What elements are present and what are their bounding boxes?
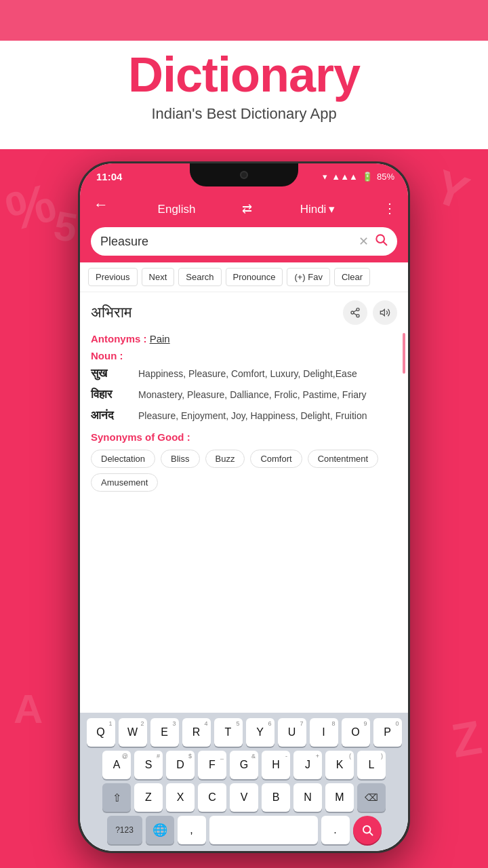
key-j[interactable]: +J — [293, 751, 322, 779]
svg-line-9 — [369, 832, 372, 835]
scroll-indicator — [403, 333, 405, 374]
key-x[interactable]: X — [166, 783, 195, 812]
key-t[interactable]: 5T — [214, 718, 243, 747]
svg-line-1 — [384, 242, 387, 245]
synonyms-title: Synonyms of Good : — [91, 431, 397, 443]
key-b[interactable]: B — [262, 783, 290, 812]
synonym-tag[interactable]: Amusement — [91, 473, 158, 492]
share-button[interactable] — [343, 300, 367, 325]
dropdown-icon: ▾ — [329, 202, 335, 216]
key-n[interactable]: N — [293, 783, 322, 812]
phone-notch — [190, 163, 298, 186]
key-i[interactable]: 8I — [310, 718, 338, 747]
phone-wrapper: % 5 Y A Z 11:04 ▾ ▲▲▲ 🔋 85% ← English — [0, 149, 488, 868]
key-c[interactable]: C — [198, 783, 226, 812]
noun-label: Noun : — [91, 350, 397, 361]
sound-button[interactable] — [373, 300, 397, 325]
word-english-1: Happiness, Pleasure, Comfort, Luxury, De… — [138, 367, 397, 381]
key-m[interactable]: M — [325, 783, 354, 812]
keyboard: 1Q 2W 3E 4R 5T 6Y 7U 8I 9O 0P @A #S $D _… — [80, 713, 408, 851]
shift-key[interactable]: ⇧ — [102, 783, 131, 812]
svg-marker-7 — [380, 309, 384, 315]
content-area: अभिराम Antonyms : Pain — [80, 292, 408, 631]
comma-key[interactable]: , — [178, 816, 206, 844]
antonyms-word[interactable]: Pain — [150, 333, 170, 344]
back-button[interactable]: ← — [91, 193, 111, 216]
word-english-3: Pleasure, Enjoyment, Joy, Happiness, Del… — [138, 409, 397, 423]
key-f[interactable]: _F — [198, 751, 226, 779]
language-to[interactable]: Hindi ▾ — [259, 202, 376, 216]
synonym-tag[interactable]: Buzz — [205, 450, 245, 468]
app-title: Dictionary — [128, 47, 360, 102]
numbers-key[interactable]: ?123 — [107, 816, 142, 844]
search-input-wrap: ✕ — [91, 227, 397, 256]
synonym-tag[interactable]: Comfort — [250, 450, 302, 468]
search-bar-container: ✕ — [80, 223, 408, 262]
word-english-2: Monastery, Pleasure, Dalliance, Frolic, … — [138, 388, 397, 402]
search-submit-button[interactable] — [374, 233, 388, 250]
backspace-key[interactable]: ⌫ — [357, 783, 386, 812]
battery-percent: 85% — [377, 172, 394, 182]
fav-button[interactable]: (+) Fav — [287, 268, 330, 286]
key-s[interactable]: #S — [134, 751, 163, 779]
app-screen: 11:04 ▾ ▲▲▲ 🔋 85% ← English ⇄ Hindi ▾ ⋮ — [80, 163, 408, 851]
key-v[interactable]: V — [230, 783, 258, 812]
clear-button[interactable]: Clear — [334, 268, 370, 286]
language-from[interactable]: English — [118, 203, 235, 216]
key-a[interactable]: @A — [102, 751, 131, 779]
swap-languages-button[interactable]: ⇄ — [242, 201, 252, 216]
key-g[interactable]: &G — [230, 751, 258, 779]
key-u[interactable]: 7U — [278, 718, 306, 747]
notch-camera — [240, 171, 248, 179]
keyboard-row-1: 1Q 2W 3E 4R 5T 6Y 7U 8I 9O 0P — [83, 718, 405, 747]
word-table: सुख Happiness, Pleasure, Comfort, Luxury… — [91, 367, 397, 423]
previous-button[interactable]: Previous — [88, 268, 138, 286]
signal-icon: ▲▲▲ — [331, 172, 358, 182]
key-d[interactable]: $D — [166, 751, 195, 779]
key-e[interactable]: 3E — [150, 718, 179, 747]
pronounce-button[interactable]: Pronounce — [226, 268, 283, 286]
word-hindi-1: सुख — [91, 367, 131, 380]
key-z[interactable]: Z — [134, 783, 163, 812]
word-hindi-2: विहार — [91, 388, 131, 401]
clear-search-button[interactable]: ✕ — [359, 234, 369, 249]
next-button[interactable]: Next — [142, 268, 175, 286]
synonym-tags: Delectation Bliss Buzz Comfort Contentme… — [91, 450, 397, 492]
period-key[interactable]: . — [321, 816, 350, 844]
table-row: सुख Happiness, Pleasure, Comfort, Luxury… — [91, 367, 397, 381]
antonyms-label: Antonyms : — [91, 333, 147, 344]
synonym-tag[interactable]: Delectation — [91, 450, 155, 468]
key-y[interactable]: 6Y — [246, 718, 274, 747]
key-r[interactable]: 4R — [182, 718, 211, 747]
globe-key[interactable]: 🌐 — [146, 816, 174, 844]
table-row: आनंद Pleasure, Enjoyment, Joy, Happiness… — [91, 409, 397, 423]
key-q[interactable]: 1Q — [87, 718, 115, 747]
app-subtitle: Indian's Best Dictionary App — [151, 105, 336, 123]
key-w[interactable]: 2W — [119, 718, 147, 747]
synonym-tag[interactable]: Contentment — [308, 450, 378, 468]
top-banner: Dictionary Indian's Best Dictionary App — [0, 0, 488, 149]
wifi-icon: ▾ — [323, 172, 327, 182]
key-h[interactable]: -H — [262, 751, 290, 779]
key-k[interactable]: (K — [325, 751, 354, 779]
phone-mockup: 11:04 ▾ ▲▲▲ 🔋 85% ← English ⇄ Hindi ▾ ⋮ — [78, 161, 410, 853]
hindi-word: अभिराम — [91, 304, 131, 321]
status-time: 11:04 — [94, 171, 122, 182]
keyboard-row-3: ⇧ Z X C V B N M ⌫ — [83, 783, 405, 812]
battery-icon: 🔋 — [362, 172, 373, 182]
search-button[interactable]: Search — [178, 268, 221, 286]
keyboard-row-2: @A #S $D _F &G -H +J (K )L — [83, 751, 405, 779]
more-options-button[interactable]: ⋮ — [383, 200, 397, 216]
word-hindi-3: आनंद — [91, 409, 131, 422]
space-key[interactable] — [209, 816, 318, 844]
banner-bg — [0, 0, 488, 41]
key-p[interactable]: 0P — [373, 718, 402, 747]
translation-icons — [343, 300, 397, 325]
keyboard-row-4: ?123 🌐 , . — [83, 816, 405, 844]
synonym-tag[interactable]: Bliss — [161, 450, 199, 468]
keyboard-search-button[interactable] — [353, 816, 382, 844]
hindi-translation-row: अभिराम — [91, 300, 397, 325]
search-input[interactable] — [100, 235, 353, 249]
key-l[interactable]: )L — [357, 751, 386, 779]
key-o[interactable]: 9O — [342, 718, 370, 747]
